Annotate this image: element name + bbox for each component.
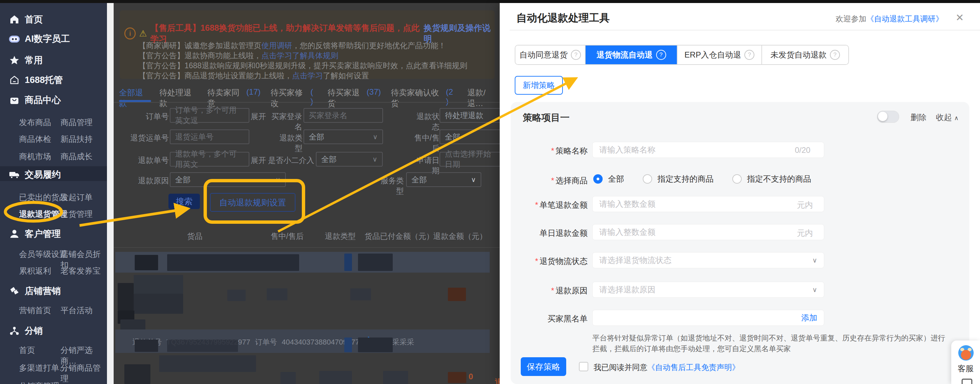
sidebar-item-distributor-manage[interactable]: 分销商管理 xyxy=(19,381,59,384)
tab-erp-warehouse-auto-refund[interactable]: ERP入仓自动退? xyxy=(678,46,762,64)
delete-strategy-button[interactable]: 删除 xyxy=(910,112,926,123)
refund-status-label: 退款状态 xyxy=(410,112,439,132)
collapse-button[interactable]: 收起 ∧ xyxy=(936,112,959,123)
daily-refund-input[interactable] xyxy=(592,224,824,240)
strategy-name-input[interactable] xyxy=(592,142,824,158)
marketing-icon xyxy=(9,285,20,297)
radio-label[interactable]: 指定支持的商品 xyxy=(657,174,714,184)
help-icon[interactable]: ? xyxy=(656,50,666,60)
sidebar-item-1688-hosting[interactable]: 1688托管 xyxy=(9,74,63,86)
agree-checkbox[interactable] xyxy=(579,362,588,371)
buyer-blacklist-input[interactable]: 添加 xyxy=(592,310,824,326)
add-strategy-button[interactable]: 新增策略 xyxy=(515,76,563,95)
radio-unsupported[interactable] xyxy=(732,174,742,184)
logistics-status-select[interactable]: 请选择退货物流状态 ∨ xyxy=(592,252,824,268)
sidebar-item-marketing-home[interactable]: 营销首页 xyxy=(19,305,51,316)
notice-link[interactable]: 点击学习 xyxy=(292,71,323,80)
radio-label[interactable]: 指定不支持的商品 xyxy=(747,174,811,184)
sidebar-item-customer-manage[interactable]: 客户管理 xyxy=(9,228,61,240)
notice-link[interactable]: 使用调研 xyxy=(261,41,292,50)
help-icon[interactable]: ? xyxy=(571,50,581,60)
customer-service-widget[interactable]: 客服 xyxy=(951,341,980,384)
buyer-login-input[interactable]: 买家登录名 xyxy=(304,108,383,123)
sidebar-item-sold-goods[interactable]: 已卖出的货品 xyxy=(19,192,67,203)
sidebar-item-new-product-support[interactable]: 新品扶持 xyxy=(60,134,92,145)
sidebar-item-dist-product-manage[interactable]: 分销商品管理 xyxy=(60,363,107,384)
expand-link[interactable]: 展开 xyxy=(251,112,266,122)
notice-line: 【官方公告】商品退货地址设置能力上线啦，点击学习了解如何设置 xyxy=(138,70,369,81)
notice-link[interactable]: 点击学习了解具体规则 xyxy=(261,51,338,60)
sidebar-item-product-center[interactable]: 商品中心 xyxy=(9,94,61,106)
shop-bag-icon xyxy=(9,94,20,106)
sidebar-item-product-manage[interactable]: 商品管理 xyxy=(60,117,92,128)
return-tracking-input[interactable]: 退货运单号 xyxy=(170,129,249,144)
sidebar-item-distribution[interactable]: 分销 xyxy=(9,325,43,337)
single-refund-input[interactable] xyxy=(592,196,824,212)
notice-line: 【官方公告】退款协商功能上线啦，点击学习了解具体规则 xyxy=(138,51,338,61)
disclaimer-link[interactable]: 《自动售后工具免责声明》 xyxy=(648,363,740,371)
sidebar-item-favorites[interactable]: 常用 xyxy=(9,54,43,66)
radio-label[interactable]: 全部 xyxy=(608,174,624,184)
order-no-input[interactable]: 订单号，多个可用英文逗 xyxy=(170,108,249,123)
save-strategy-button[interactable]: 保存策略 xyxy=(521,357,566,376)
tab-refund-more[interactable]: 退款/退… xyxy=(467,87,500,109)
tab-await-buyer-modify[interactable]: 待买家修改( ) xyxy=(271,87,318,109)
sidebar-item-product-check[interactable]: 商品体检 xyxy=(19,134,51,145)
star-icon xyxy=(9,54,20,66)
sidebar-item-shipping-manage[interactable]: 发货管理 xyxy=(60,209,92,220)
survey-link[interactable]: 《自动退款工具调研》 xyxy=(866,14,943,23)
sidebar-item-rebate[interactable]: 累积返利 xyxy=(19,266,51,276)
sidebar-item-member-level[interactable]: 会员等级设置 xyxy=(19,249,67,260)
sidebar-item-multichannel-print[interactable]: 多渠道打单… xyxy=(19,363,67,373)
close-icon[interactable]: ✕ xyxy=(956,12,964,24)
sidebar-item-biz-market[interactable]: 商机市场 xyxy=(19,151,51,162)
sidebar-item-product-growth[interactable]: 商品成长 xyxy=(60,151,92,162)
sidebar-item-home[interactable]: 首页 xyxy=(9,13,43,25)
redacted-block xyxy=(358,253,393,271)
sidebar-item-refund-return-manage[interactable]: 退款退货管理 xyxy=(19,209,67,220)
sidebar-item-shop-marketing[interactable]: 店铺营销 xyxy=(9,285,61,297)
service-type-select[interactable]: 全部∨ xyxy=(406,172,481,187)
tab-auto-agree-return[interactable]: 自动同意退货? xyxy=(515,46,585,64)
expand-link[interactable]: 展开 xyxy=(251,155,266,166)
sidebar-item-label: 1688托管 xyxy=(25,74,63,86)
col-refund: 退款金额（元） xyxy=(433,231,487,242)
refund-no-input[interactable]: 退款单号，多个可用英文 xyxy=(170,152,249,167)
sidebar-item-publish-product[interactable]: 发布商品 xyxy=(19,117,51,128)
refund-reason-select[interactable]: 请选择退款原因 ∨ xyxy=(592,282,824,298)
radio-all[interactable] xyxy=(593,174,603,184)
required-mark: * xyxy=(535,257,538,266)
strategy-enable-toggle[interactable] xyxy=(877,111,899,123)
unit-suffix: 元内 xyxy=(797,228,813,239)
tab-await-buyer-return[interactable]: 待买家退货(37) xyxy=(328,87,381,109)
blacklist-add-link[interactable]: 添加 xyxy=(801,312,817,323)
refund-status-select[interactable]: 待处理退款 xyxy=(439,108,500,123)
agreement-text: 我已阅读并同意《自动售后工具免责声明》 xyxy=(593,362,740,373)
sidebar-item-ai-employee[interactable]: AI数字员工 xyxy=(9,33,70,45)
hosting-icon xyxy=(9,74,20,86)
refund-reason-select[interactable]: 全部∨ xyxy=(170,172,286,187)
tab-return-logistics-auto-refund[interactable]: 退货物流自动退? xyxy=(585,46,678,64)
sidebar-item-coupon-treasure[interactable]: 老客发券宝 xyxy=(60,266,100,276)
daily-refund-label: 单日退款金额 xyxy=(521,228,588,239)
sidebar-item-create-order[interactable]: 发起订单 xyxy=(60,192,92,203)
help-icon[interactable]: ? xyxy=(745,50,754,60)
tab-await-seller-confirm[interactable]: 待卖家确认收货(2 ) xyxy=(391,87,457,109)
redacted-block xyxy=(134,275,183,294)
refund-type-select[interactable]: 全部∨ xyxy=(304,129,383,144)
sidebar-item-trade-fulfillment[interactable]: 交易履约 xyxy=(9,169,61,181)
sale-stage-select[interactable]: 全部 xyxy=(439,129,500,144)
notice-text: 【商家调研】诚邀您参加退款管理页 xyxy=(138,41,261,50)
tab-all-refunds[interactable]: 全部退款 xyxy=(119,87,150,109)
return-tracking-label: 退货运单号 xyxy=(120,133,169,143)
strategy-name-label: *策略名称 xyxy=(521,145,588,156)
help-icon[interactable]: ? xyxy=(830,50,840,60)
sidebar-item-dist-home[interactable]: 首页 xyxy=(19,345,35,355)
sidebar-item-platform-activity[interactable]: 平台活动 xyxy=(60,305,92,316)
xiaoer-select[interactable]: 全部∨ xyxy=(316,152,383,167)
auto-refund-rule-button[interactable]: 自动退款规则设置 xyxy=(210,193,296,212)
apply-date-input[interactable]: 点击选择开始日期 xyxy=(439,152,500,167)
radio-supported[interactable] xyxy=(643,174,652,184)
tab-unshipped-auto-refund[interactable]: 未发货自动退款? xyxy=(762,46,848,64)
search-button[interactable]: 搜索 xyxy=(169,194,200,209)
